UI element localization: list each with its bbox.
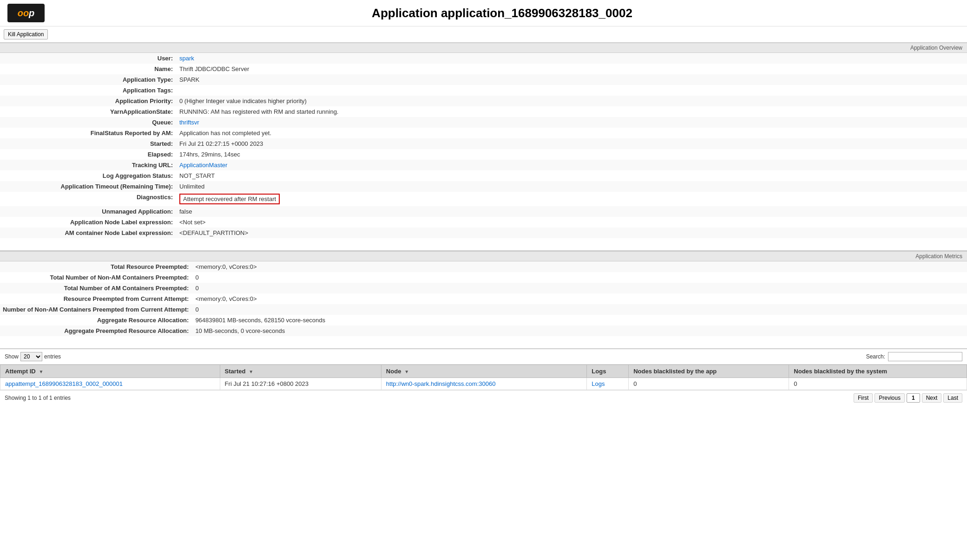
table-footer: Showing 1 to 1 of 1 entries First Previo…	[0, 390, 967, 405]
overview-field-label: YarnApplicationState:	[0, 106, 177, 117]
table-column-header: Logs	[587, 365, 629, 378]
overview-field-value: NOT_START	[177, 170, 967, 181]
overview-field-label: Queue:	[0, 117, 177, 128]
overview-field-value: Application has not completed yet.	[177, 128, 967, 138]
overview-field-label: Application Node Label expression:	[0, 217, 177, 228]
logo: oop	[7, 4, 45, 22]
table-column-header[interactable]: Node ▼	[381, 365, 587, 378]
table-column-header: Nodes blacklisted by the system	[789, 365, 967, 378]
overview-section-header: Application Overview	[0, 43, 967, 53]
current-page-button[interactable]: 1	[907, 393, 920, 403]
overview-field-label: Application Type:	[0, 74, 177, 85]
metrics-field-label: Resource Preempted from Current Attempt:	[0, 293, 192, 304]
overview-section: Application Overview User:sparkName:Thri…	[0, 43, 967, 238]
entries-label: entries	[44, 353, 61, 360]
overview-field-label: Started:	[0, 138, 177, 149]
overview-field-label: Log Aggregation Status:	[0, 170, 177, 181]
overview-field-label: Unmanaged Application:	[0, 206, 177, 217]
overview-field-value	[177, 85, 967, 96]
overview-field-value: Attempt recovered after RM restart	[177, 192, 967, 206]
kill-application-button[interactable]: Kill Application	[4, 29, 48, 39]
page-title: Application application_1689906328183_00…	[45, 6, 960, 20]
attempt-started: Fri Jul 21 10:27:16 +0800 2023	[220, 378, 381, 390]
metrics-section: Application Metrics Total Resource Preem…	[0, 250, 967, 336]
overview-table: User:sparkName:Thrift JDBC/ODBC ServerAp…	[0, 53, 967, 238]
metrics-field-value: 964839801 MB-seconds, 628150 vcore-secon…	[192, 315, 967, 326]
sort-icon: ▼	[403, 369, 409, 374]
sort-icon: ▼	[38, 369, 44, 374]
first-page-button[interactable]: First	[854, 393, 873, 403]
last-page-button[interactable]: Last	[943, 393, 962, 403]
attempt-logs-link[interactable]: Logs	[592, 380, 605, 387]
entries-select[interactable]: 10202550100	[20, 352, 42, 361]
metrics-section-header: Application Metrics	[0, 251, 967, 261]
overview-field-value: 174hrs, 29mins, 14sec	[177, 149, 967, 160]
table-column-header[interactable]: Started ▼	[220, 365, 381, 378]
next-page-button[interactable]: Next	[922, 393, 942, 403]
show-entries-control: Show 10202550100 entries	[5, 352, 61, 361]
overview-field-label: Application Tags:	[0, 85, 177, 96]
metrics-field-value: <memory:0, vCores:0>	[192, 261, 967, 272]
toolbar: Kill Application	[0, 26, 967, 43]
overview-field-value: ApplicationMaster	[177, 160, 967, 170]
metrics-field-label: Total Number of Non-AM Containers Preemp…	[0, 272, 192, 283]
metrics-field-label: Aggregate Preempted Resource Allocation:	[0, 326, 192, 336]
table-column-header[interactable]: Attempt ID ▼	[0, 365, 220, 378]
metrics-field-label: Total Number of AM Containers Preempted:	[0, 283, 192, 293]
metrics-field-value: 0	[192, 304, 967, 315]
metrics-field-label: Aggregate Resource Allocation:	[0, 315, 192, 326]
previous-page-button[interactable]: Previous	[875, 393, 905, 403]
blacklisted-app-count: 0	[629, 378, 789, 390]
metrics-field-label: Number of Non-AM Containers Preempted fr…	[0, 304, 192, 315]
attempt-id-link[interactable]: appattempt_1689906328183_0002_000001	[5, 380, 123, 387]
overview-field-value: spark	[177, 53, 967, 64]
attempt-table: Attempt ID ▼Started ▼Node ▼LogsNodes bla…	[0, 365, 967, 390]
overview-field-label: Application Timeout (Remaining Time):	[0, 181, 177, 192]
overview-field-label: FinalStatus Reported by AM:	[0, 128, 177, 138]
overview-field-link[interactable]: spark	[179, 55, 194, 62]
metrics-field-value: 0	[192, 272, 967, 283]
table-column-header: Nodes blacklisted by the app	[629, 365, 789, 378]
overview-field-value: RUNNING: AM has registered with RM and s…	[177, 106, 967, 117]
overview-field-value: Fri Jul 21 02:27:15 +0000 2023	[177, 138, 967, 149]
overview-field-label: AM container Node Label expression:	[0, 228, 177, 238]
overview-field-value: false	[177, 206, 967, 217]
datatable-section: Show 10202550100 entries Search: Attempt…	[0, 348, 967, 405]
overview-field-value: SPARK	[177, 74, 967, 85]
blacklisted-system-count: 0	[789, 378, 967, 390]
pagination-controls: First Previous 1 Next Last	[854, 393, 962, 403]
overview-field-label: Elapsed:	[0, 149, 177, 160]
search-input[interactable]	[888, 352, 962, 361]
overview-field-link[interactable]: thriftsvr	[179, 119, 199, 126]
overview-field-value: thriftsvr	[177, 117, 967, 128]
overview-field-label: Name:	[0, 64, 177, 74]
metrics-field-label: Total Resource Preempted:	[0, 261, 192, 272]
search-label: Search:	[866, 353, 885, 360]
show-label: Show	[5, 353, 19, 360]
overview-field-label: Application Priority:	[0, 96, 177, 106]
overview-field-value: Thrift JDBC/ODBC Server	[177, 64, 967, 74]
diagnostics-box: Attempt recovered after RM restart	[179, 194, 280, 204]
attempt-node-link[interactable]: http://wn0-spark.hdinsightcss.com:30060	[386, 380, 496, 387]
overview-field-label: Tracking URL:	[0, 160, 177, 170]
overview-field-label: User:	[0, 53, 177, 64]
metrics-field-value: 0	[192, 283, 967, 293]
sort-icon: ▼	[247, 369, 253, 374]
overview-field-value: <Not set>	[177, 217, 967, 228]
overview-field-value: Unlimited	[177, 181, 967, 192]
pagination-info: Showing 1 to 1 of 1 entries	[5, 395, 854, 401]
overview-field-value: <DEFAULT_PARTITION>	[177, 228, 967, 238]
page-header: oop Application application_168990632818…	[0, 0, 967, 26]
search-box: Search:	[866, 352, 962, 361]
overview-field-label: Diagnostics:	[0, 192, 177, 206]
metrics-table: Total Resource Preempted:<memory:0, vCor…	[0, 261, 967, 336]
overview-field-value: 0 (Higher Integer value indicates higher…	[177, 96, 967, 106]
logo-text: oop	[18, 8, 35, 19]
overview-field-link[interactable]: ApplicationMaster	[179, 162, 227, 169]
metrics-field-value: <memory:0, vCores:0>	[192, 293, 967, 304]
metrics-field-value: 10 MB-seconds, 0 vcore-seconds	[192, 326, 967, 336]
table-row: appattempt_1689906328183_0002_000001Fri …	[0, 378, 967, 390]
datatable-controls: Show 10202550100 entries Search:	[0, 349, 967, 365]
